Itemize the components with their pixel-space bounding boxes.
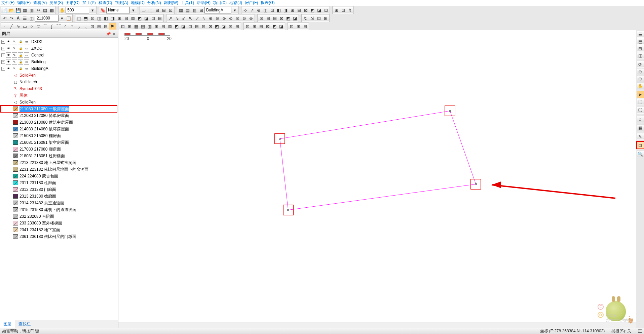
menu-report[interactable]: 报表(G) — [261, 0, 274, 6]
pattern-item[interactable]: 2231 223182 依比例尺地面下的窑洞面 — [1, 166, 117, 173]
rtool-highlighted[interactable]: ⊡ — [637, 142, 644, 149]
rtool-home[interactable]: ⌂ — [637, 116, 644, 122]
pattern-item[interactable]: 212080 212080 简单房屋面 — [1, 112, 117, 119]
tool-l9[interactable]: ◩ — [173, 23, 180, 30]
tool-g10[interactable]: ◩ — [136, 15, 143, 22]
visibility-icon[interactable]: 👁 — [6, 52, 11, 58]
tool-h9[interactable]: ⊗ — [221, 15, 227, 22]
rtool-info[interactable]: ⓘ — [637, 107, 644, 114]
pattern-item[interactable]: 2341 234182 地下室面 — [1, 226, 117, 233]
tool-k15[interactable]: ⊞ — [96, 23, 102, 30]
polyline-tool-icon[interactable]: ∿ — [15, 23, 22, 30]
dropdown-icon[interactable]: ▾ — [59, 15, 65, 22]
tool-g8[interactable]: ⊟ — [123, 15, 129, 22]
tool-g13[interactable]: ⊞ — [156, 15, 163, 22]
tool-d11[interactable]: ◩ — [309, 7, 316, 13]
tool-g1[interactable]: ⬚ — [76, 15, 82, 22]
tool-d1[interactable]: ⊹ — [242, 7, 249, 13]
tool-i4[interactable]: ⊠ — [278, 15, 285, 22]
expand-icon[interactable]: + — [1, 40, 5, 44]
tool-l12[interactable]: ⊞ — [193, 23, 200, 30]
expand-icon[interactable]: - — [1, 67, 5, 71]
tool-n1[interactable]: ⊡ — [288, 23, 295, 30]
select-icon[interactable]: ⬚ — [637, 98, 644, 105]
pattern-item[interactable]: 2313 231380 檐廊面 — [1, 193, 117, 200]
tool-h2[interactable]: ↘ — [174, 15, 180, 22]
rtool-2[interactable]: ▤ — [637, 38, 644, 45]
tool-j4[interactable]: ⊞ — [322, 15, 329, 22]
lock-icon[interactable]: 🔒 — [18, 59, 23, 65]
rtool-1[interactable]: ☰ — [637, 31, 644, 38]
tool-g11[interactable]: ◪ — [143, 15, 150, 22]
tool-l17[interactable]: ⊡ — [227, 23, 234, 30]
tool-d10[interactable]: ⊠ — [302, 7, 309, 13]
pattern-item[interactable]: 2213 221380 地上房屋式窑洞面 — [1, 159, 117, 166]
tool-g6[interactable]: ◨ — [109, 15, 116, 22]
multi-tool-icon[interactable]: ⊡ — [89, 23, 96, 30]
tool-l15[interactable]: ◩ — [214, 23, 220, 30]
tool-i6[interactable]: ◪ — [292, 15, 298, 22]
tool-f7[interactable]: 📋 — [65, 15, 72, 22]
circle-tool-icon[interactable]: ○ — [28, 23, 35, 30]
tool-g9[interactable]: ⊠ — [129, 15, 136, 22]
arc-tool-icon[interactable]: ⌒ — [42, 23, 48, 30]
tool-d3[interactable]: ⊕ — [255, 7, 262, 13]
menu-help[interactable]: 帮助(H) — [197, 0, 211, 6]
rtool-edit[interactable]: ✎ — [637, 133, 644, 140]
tool-h6[interactable]: ⤡ — [200, 15, 207, 22]
undo-icon[interactable]: ↶ — [1, 15, 8, 22]
menu-view[interactable]: 查看(V) — [33, 0, 47, 6]
menu-realestate[interactable]: 房产(F) — [245, 0, 258, 6]
dropdown-icon[interactable]: ▾ — [130, 7, 137, 13]
menu-project[interactable]: 项目(X) — [213, 0, 227, 6]
edit-icon[interactable]: ✎ — [12, 39, 17, 44]
menu-draw[interactable]: 制图(A) — [115, 0, 128, 6]
edit-icon[interactable]: ✎ — [12, 59, 17, 65]
lock-icon[interactable]: 🔒 — [18, 46, 23, 51]
scrollbar-horizontal[interactable] — [118, 323, 639, 328]
style-item[interactable]: ?. Symbol_063 — [1, 85, 117, 92]
tool-l11[interactable]: ⊡ — [187, 23, 193, 30]
tool-m6[interactable]: ◪ — [278, 23, 285, 30]
menu-shape[interactable]: 图形(O) — [66, 0, 79, 6]
pattern-item[interactable]: 2315 231580 建筑下的通道线面 — [1, 206, 117, 213]
tool-btn-7[interactable]: ▤ — [42, 7, 48, 13]
cut-icon[interactable]: ✂ — [35, 7, 42, 13]
rtool-layers[interactable]: ▦ — [637, 124, 644, 131]
refresh-icon[interactable]: ⟳ — [637, 61, 644, 68]
tool-d2[interactable]: ↗ — [249, 7, 255, 13]
tool-l14[interactable]: ⊠ — [207, 23, 214, 30]
code-input[interactable] — [35, 15, 59, 22]
tool-b4[interactable]: ⊡ — [167, 7, 174, 13]
tool-m3[interactable]: ⊟ — [258, 23, 264, 30]
menu-edit[interactable]: 编辑(E) — [17, 0, 31, 6]
tool-c3[interactable]: ▥ — [191, 7, 198, 13]
visibility-icon[interactable]: 👁 — [6, 66, 11, 71]
tool-i5[interactable]: ◩ — [285, 15, 292, 22]
arc3-tool-icon[interactable]: ◝ — [69, 23, 75, 30]
rtool-4[interactable]: ◫ — [637, 52, 644, 59]
status-ortho[interactable]: 正 — [638, 328, 642, 334]
edit-icon[interactable]: ✎ — [12, 46, 17, 51]
arc2-tool-icon[interactable]: ◜ — [62, 23, 69, 30]
tool-h13[interactable]: ⊛ — [248, 15, 254, 22]
tool-g2[interactable]: ⬒ — [82, 15, 89, 22]
style-item[interactable]: ◁ SolidPen — [1, 72, 117, 79]
menu-netmap[interactable]: 网图(W) — [164, 0, 178, 6]
pattern-item[interactable]: 2311 231180 柱廊面 — [1, 179, 117, 186]
tool-d7[interactable]: ◨ — [282, 7, 289, 13]
status-snap[interactable]: 捕捉(S): 关 — [611, 328, 631, 334]
save-icon[interactable]: 💾 — [15, 7, 22, 13]
pattern-item[interactable]: 233 233080 室外楼梯面 — [1, 220, 117, 226]
tool-n2[interactable]: ⊞ — [295, 23, 302, 30]
lock-icon[interactable]: 🔒 — [18, 39, 23, 44]
pin-icon[interactable]: 📌 — [106, 32, 111, 36]
tool-k16[interactable]: ⊟ — [102, 23, 109, 30]
tool-h11[interactable]: ⊙ — [234, 15, 241, 22]
tool-l5[interactable]: ▥ — [146, 23, 153, 30]
rtool-search[interactable]: 🔍 — [637, 151, 644, 157]
tool-d9[interactable]: ⊟ — [296, 7, 302, 13]
tool-f5[interactable]: ◫ — [28, 15, 35, 22]
visibility-icon[interactable]: 👁 — [6, 59, 11, 65]
pointer-icon[interactable]: ➤ — [637, 91, 644, 98]
